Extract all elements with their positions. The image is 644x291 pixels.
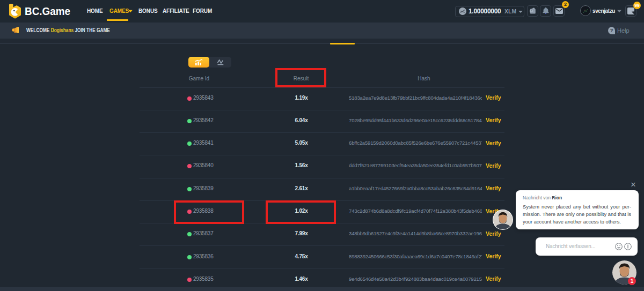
svg-text:?: ? (610, 27, 613, 33)
